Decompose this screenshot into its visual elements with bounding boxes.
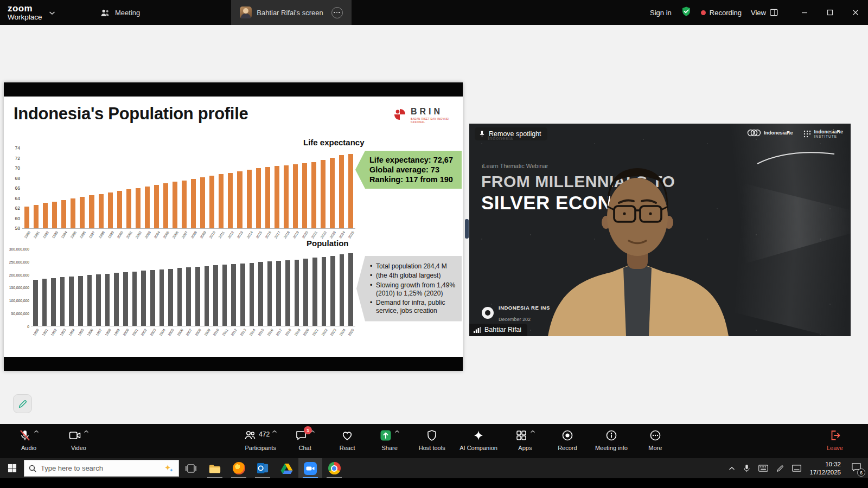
slide-letterbox-top	[4, 82, 463, 97]
copilot-sparkle-icon	[163, 464, 174, 473]
zoom-app-button[interactable]	[298, 458, 322, 478]
ai-companion-button[interactable]: AI Companion	[459, 424, 497, 458]
participants-button[interactable]: 472 Participants	[244, 424, 277, 458]
tray-pen-button[interactable]	[776, 465, 784, 472]
population-label: Population	[307, 239, 349, 248]
population-callout: Total population 284,4 M (the 4th global…	[356, 256, 462, 322]
google-drive-icon	[280, 463, 293, 474]
search-icon	[29, 465, 36, 472]
tray-keyboard-button[interactable]	[758, 465, 768, 472]
participant-video-tile[interactable]: indonesia iLearn Thematic Webinar FROM M…	[469, 124, 851, 336]
keyboard-icon	[758, 465, 768, 472]
logo-text-workplace: Workplace	[8, 14, 42, 21]
share-menu-caret[interactable]	[394, 429, 400, 434]
file-explorer-icon	[208, 463, 221, 474]
leave-button[interactable]: Leave	[820, 424, 850, 458]
population-chart-y-axis: 300,000,000250,000,000200,000,000150,000…	[6, 247, 31, 329]
participants-menu-caret[interactable]	[272, 429, 277, 434]
speaker-person	[469, 124, 851, 336]
react-button[interactable]: React	[333, 424, 362, 458]
maximize-button[interactable]	[817, 0, 843, 25]
leave-meeting-icon	[828, 429, 841, 442]
outlook-button[interactable]	[251, 458, 275, 478]
recording-indicator[interactable]: Recording	[701, 9, 742, 17]
start-button[interactable]	[0, 458, 24, 478]
connection-signal-icon	[474, 326, 481, 333]
view-label: View	[751, 9, 766, 17]
firefox-icon	[233, 462, 245, 474]
audio-menu-caret[interactable]	[34, 429, 39, 434]
share-button[interactable]: Share	[375, 424, 404, 458]
apps-button[interactable]: Apps	[510, 424, 540, 458]
file-explorer-button[interactable]	[203, 458, 227, 478]
firefox-button[interactable]	[227, 458, 251, 478]
audio-button[interactable]: Audio	[14, 424, 43, 458]
annotation-pencil-button[interactable]	[13, 394, 32, 413]
tab-shared-screen-label: Bahtiar Rifai's screen	[257, 9, 323, 17]
tab-options-button[interactable]	[331, 7, 343, 18]
video-menu-caret[interactable]	[84, 429, 89, 434]
google-drive-button[interactable]	[275, 458, 298, 478]
slide-title: Indonesia's Population profile	[14, 104, 248, 124]
zoom-meeting-window: zoom Workplace Meeting Bahtiar Rifai's s…	[0, 0, 868, 488]
chevron-up-icon	[34, 429, 39, 434]
camera-icon	[68, 429, 81, 442]
logo-text-zoom: zoom	[8, 4, 42, 13]
maximize-icon	[827, 9, 833, 16]
tray-show-hidden-icons-button[interactable]	[729, 466, 735, 471]
minimize-button[interactable]	[792, 0, 817, 25]
host-tools-button[interactable]: Host tools	[417, 424, 446, 458]
population-chart: 300,000,000250,000,000200,000,000150,000…	[6, 249, 355, 349]
info-icon	[605, 429, 618, 442]
video-button[interactable]: Video	[64, 424, 93, 458]
brin-wordmark: BRIN	[411, 107, 454, 116]
more-button[interactable]: More	[641, 424, 670, 458]
tab-shared-screen[interactable]: Bahtiar Rifai's screen	[231, 0, 351, 25]
sign-in-link[interactable]: Sign in	[650, 9, 672, 17]
life-chart-x-axis: 1990199119921993199419951996199719981999…	[22, 230, 355, 246]
search-input[interactable]	[41, 464, 159, 472]
scrollbar-thumb[interactable]	[465, 219, 469, 239]
taskbar-clock[interactable]: 10:32 17/12/2025	[809, 460, 841, 477]
close-icon	[852, 9, 859, 16]
shared-screen-presentation: Indonesia's Population profile BRIN BADA…	[4, 82, 463, 371]
remove-spotlight-button[interactable]: Remove spotlight	[475, 127, 547, 140]
view-button[interactable]: View	[751, 9, 778, 17]
zoom-app-icon	[304, 462, 317, 475]
tray-microphone-button[interactable]	[743, 464, 750, 473]
recording-label: Recording	[710, 9, 742, 17]
task-view-icon	[186, 464, 196, 473]
participants-count: 472	[259, 431, 270, 438]
windows-logo-icon	[8, 464, 17, 473]
chat-button[interactable]: 1 Chat	[290, 424, 320, 458]
outlook-icon	[257, 462, 269, 474]
workspace-menu-caret[interactable]	[49, 8, 55, 17]
tab-meeting[interactable]: Meeting	[91, 0, 149, 25]
shield-check-icon	[681, 6, 692, 17]
chrome-button[interactable]	[322, 458, 346, 478]
meeting-info-button[interactable]: Meeting info	[595, 424, 628, 458]
record-button[interactable]: Record	[553, 424, 582, 458]
record-icon	[561, 429, 574, 442]
brin-logo: BRIN BADAN RISET DAN INOVASI NASIONAL	[393, 107, 454, 124]
taskbar-search[interactable]	[24, 460, 179, 477]
touch-keyboard-icon	[792, 465, 801, 472]
chevron-down-icon	[49, 11, 55, 15]
tray-touch-keyboard-button[interactable]	[792, 465, 801, 472]
life-chart-bars	[22, 147, 355, 229]
microphone-muted-icon	[18, 429, 31, 442]
participants-icon	[244, 429, 257, 442]
notification-center-button[interactable]: 6	[851, 463, 861, 474]
remove-spotlight-label: Remove spotlight	[489, 130, 541, 138]
close-button[interactable]	[843, 0, 868, 25]
slide: Indonesia's Population profile BRIN BADA…	[4, 97, 463, 357]
participant-avatar	[240, 7, 252, 18]
brin-caption: BADAN RISET DAN INOVASI NASIONAL	[411, 118, 454, 124]
encryption-shield-button[interactable]	[681, 6, 692, 19]
window-title-bar: zoom Workplace Meeting Bahtiar Rifai's s…	[0, 0, 868, 25]
windows-taskbar: 10:32 17/12/2025 6	[0, 458, 868, 478]
chevron-up-icon	[84, 429, 89, 434]
task-view-button[interactable]	[179, 458, 203, 478]
apps-menu-caret[interactable]	[530, 429, 535, 434]
chrome-icon	[328, 462, 341, 474]
